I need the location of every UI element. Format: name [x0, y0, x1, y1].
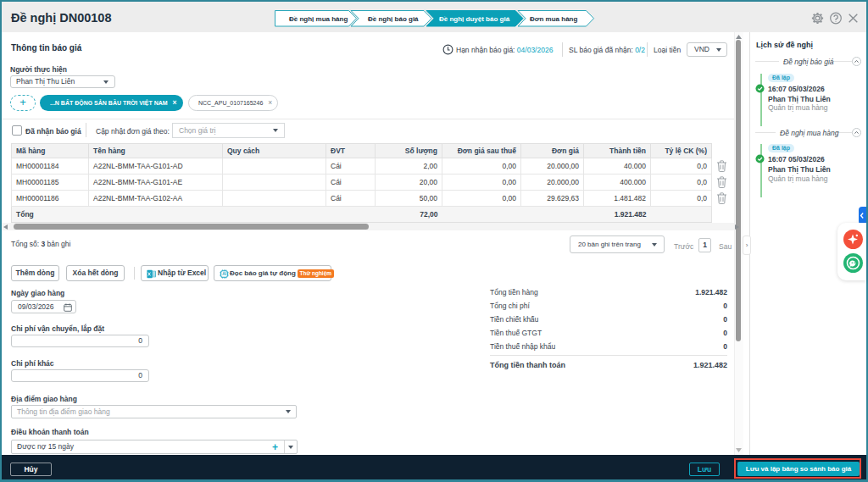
svg-text:Đơn mua hàng: Đơn mua hàng — [530, 15, 577, 23]
svg-text:Đề nghị báo giá: Đề nghị báo giá — [368, 15, 419, 23]
svg-text:Đề nghị mua hàng: Đề nghị mua hàng — [289, 15, 348, 23]
svg-text:Đề nghị duyệt báo giá: Đề nghị duyệt báo giá — [439, 15, 510, 23]
svg-text:AI: AI — [222, 272, 226, 276]
